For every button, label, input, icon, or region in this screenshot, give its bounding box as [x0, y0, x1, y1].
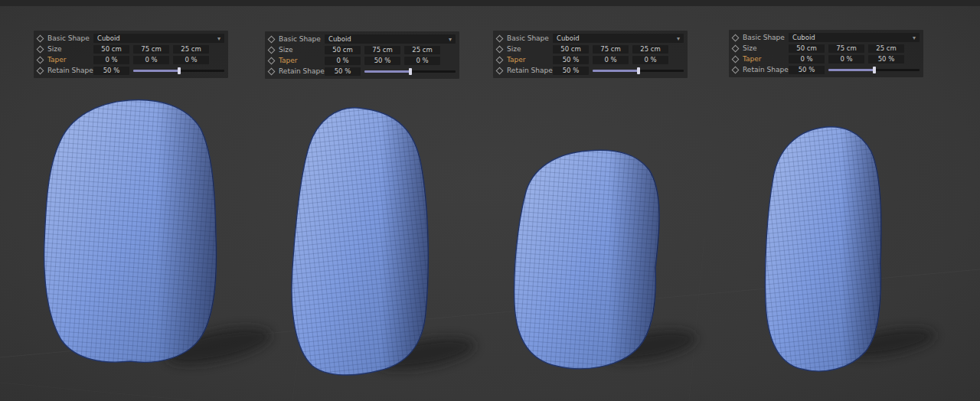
rock-mesh-4[interactable] [765, 127, 880, 371]
taper-x-field[interactable]: 50 % [553, 56, 589, 64]
basic-shape-dropdown[interactable]: Cuboid ▾ [93, 34, 224, 43]
retain-shape-label: Retain Shape [47, 67, 93, 74]
keyframe-diamond-icon[interactable] [732, 34, 740, 41]
basic-shape-value: Cuboid [557, 34, 580, 42]
size-z-field[interactable]: 25 cm [404, 46, 440, 54]
keyframe-diamond-icon[interactable] [268, 67, 276, 75]
taper-x-field[interactable]: 0 % [93, 56, 129, 64]
size-z-field[interactable]: 25 cm [173, 45, 209, 54]
size-y-field[interactable]: 75 cm [364, 46, 400, 54]
taper-row: Taper 0 % 50 % 0 % [269, 55, 456, 66]
basic-shape-dropdown[interactable]: Cuboid ▾ [553, 34, 684, 43]
chevron-down-icon: ▾ [677, 35, 680, 42]
size-label: Size [507, 45, 553, 53]
retain-shape-row: Retain Shape 50 % [38, 65, 224, 76]
retain-shape-slider[interactable] [593, 70, 684, 72]
basic-shape-label: Basic Shape [47, 34, 93, 42]
slider-fill [828, 69, 874, 71]
hud-panel-1: Basic Shape Cuboid ▾ Size 50 cm 75 cm 25… [34, 31, 228, 78]
size-label: Size [47, 45, 93, 53]
keyframe-diamond-icon[interactable] [496, 45, 504, 53]
size-row: Size 50 cm 75 cm 25 cm [269, 44, 456, 55]
hud-panel-2: Basic Shape Cuboid ▾ Size 50 cm 75 cm 25… [265, 31, 459, 79]
keyframe-diamond-icon[interactable] [37, 56, 44, 64]
basic-shape-label: Basic Shape [507, 34, 553, 42]
retain-shape-field[interactable]: 50 % [553, 67, 589, 75]
taper-y-field[interactable]: 0 % [828, 55, 864, 64]
taper-y-field[interactable]: 50 % [364, 57, 400, 65]
slider-handle[interactable] [409, 68, 412, 75]
retain-shape-field[interactable]: 50 % [789, 66, 825, 74]
retain-shape-label: Retain Shape [743, 66, 789, 73]
retain-shape-slider[interactable] [133, 70, 224, 72]
keyframe-diamond-icon[interactable] [37, 45, 44, 53]
basic-shape-value: Cuboid [328, 35, 351, 43]
taper-y-field[interactable]: 0 % [593, 56, 629, 64]
size-row: Size 50 cm 75 cm 25 cm [733, 43, 920, 54]
basic-shape-dropdown[interactable]: Cuboid ▾ [789, 33, 920, 42]
size-row: Size 50 cm 75 cm 25 cm [38, 44, 224, 54]
taper-z-field[interactable]: 0 % [632, 56, 668, 64]
keyframe-diamond-icon[interactable] [37, 67, 44, 74]
keyframe-diamond-icon[interactable] [268, 35, 276, 43]
retain-shape-field[interactable]: 50 % [325, 67, 361, 76]
keyframe-diamond-icon[interactable] [37, 34, 44, 42]
slider-handle[interactable] [637, 67, 640, 74]
basic-shape-label: Basic Shape [279, 35, 325, 43]
keyframe-diamond-icon[interactable] [496, 67, 504, 74]
rock-mesh-3[interactable] [514, 150, 659, 369]
basic-shape-value: Cuboid [97, 34, 120, 42]
rock-mesh-1[interactable] [44, 99, 217, 362]
hud-panel-4: Basic Shape Cuboid ▾ Size 50 cm 75 cm 25… [729, 30, 923, 77]
slider-fill [364, 70, 410, 73]
basic-shape-row: Basic Shape Cuboid ▾ [38, 33, 224, 44]
size-x-field[interactable]: 50 cm [93, 45, 129, 54]
retain-shape-field[interactable]: 50 % [93, 67, 129, 75]
rock-mesh-2[interactable] [292, 108, 428, 375]
taper-z-field[interactable]: 50 % [868, 55, 904, 64]
chevron-down-icon: ▾ [913, 34, 916, 41]
slider-handle[interactable] [873, 67, 876, 73]
retain-shape-row: Retain Shape 50 % [269, 66, 456, 77]
retain-shape-slider[interactable] [828, 69, 920, 71]
keyframe-diamond-icon[interactable] [732, 55, 740, 63]
size-z-field[interactable]: 25 cm [632, 45, 668, 54]
size-y-field[interactable]: 75 cm [133, 45, 169, 54]
size-x-field[interactable]: 50 cm [553, 45, 589, 54]
keyframe-diamond-icon[interactable] [732, 44, 740, 52]
size-y-field[interactable]: 75 cm [593, 45, 629, 54]
taper-label: Taper [743, 55, 789, 63]
taper-z-field[interactable]: 0 % [404, 57, 440, 65]
keyframe-diamond-icon[interactable] [496, 34, 504, 42]
keyframe-diamond-icon[interactable] [268, 57, 276, 64]
taper-label: Taper [279, 57, 325, 64]
basic-shape-label: Basic Shape [743, 34, 789, 41]
taper-x-field[interactable]: 0 % [325, 57, 361, 65]
keyframe-diamond-icon[interactable] [496, 56, 504, 64]
basic-shape-row: Basic Shape Cuboid ▾ [733, 32, 920, 43]
taper-row: Taper 50 % 0 % 0 % [497, 54, 684, 65]
retain-shape-row: Retain Shape 50 % [497, 65, 684, 76]
retain-shape-label: Retain Shape [279, 67, 325, 75]
slider-handle[interactable] [178, 67, 181, 74]
slider-fill [593, 70, 639, 72]
taper-y-field[interactable]: 0 % [133, 56, 169, 64]
size-x-field[interactable]: 50 cm [789, 44, 825, 53]
basic-shape-row: Basic Shape Cuboid ▾ [269, 34, 456, 44]
taper-z-field[interactable]: 0 % [173, 56, 209, 64]
keyframe-diamond-icon[interactable] [268, 46, 276, 54]
size-row: Size 50 cm 75 cm 25 cm [497, 44, 684, 54]
size-x-field[interactable]: 50 cm [325, 46, 361, 54]
basic-shape-dropdown[interactable]: Cuboid ▾ [325, 34, 456, 44]
slider-fill [133, 70, 179, 72]
size-label: Size [743, 44, 789, 52]
retain-shape-label: Retain Shape [507, 67, 553, 74]
size-y-field[interactable]: 75 cm [828, 44, 864, 53]
chevron-down-icon: ▾ [449, 36, 452, 43]
hud-panel-3: Basic Shape Cuboid ▾ Size 50 cm 75 cm 25… [493, 31, 688, 78]
keyframe-diamond-icon[interactable] [732, 66, 740, 73]
size-z-field[interactable]: 25 cm [868, 44, 904, 53]
basic-shape-value: Cuboid [792, 34, 815, 41]
taper-x-field[interactable]: 0 % [789, 55, 825, 64]
retain-shape-slider[interactable] [364, 70, 456, 73]
